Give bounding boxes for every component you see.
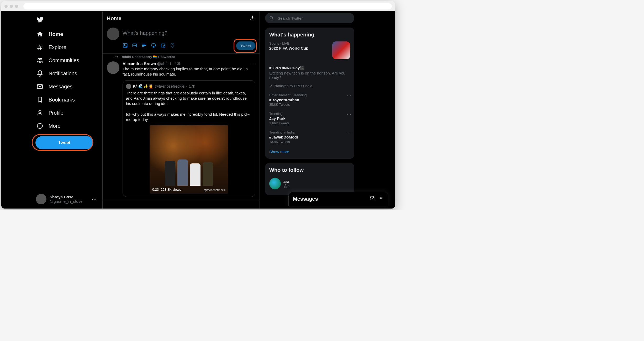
sparkle-icon[interactable] bbox=[250, 15, 255, 22]
trend-hero[interactable]: Sports · LIVE 2022 FIFA World Cup bbox=[265, 40, 354, 62]
compose-input[interactable]: What's happening? bbox=[123, 28, 255, 41]
nav-home[interactable]: Home bbox=[33, 28, 99, 41]
avatar bbox=[269, 178, 281, 189]
tweet-author-name[interactable]: Alexandria Brown bbox=[123, 61, 156, 66]
nav-label: Notifications bbox=[49, 71, 77, 77]
retweet-context[interactable]: Riddhi Chakraborty 🏳️‍🌈 Retweeted bbox=[110, 54, 260, 59]
browser-frame: Home Explore Communities Notifications M… bbox=[1, 1, 395, 209]
trend-meta: Sports · LIVE bbox=[269, 41, 329, 45]
nav-more[interactable]: More bbox=[33, 119, 99, 132]
show-more-link[interactable]: Show more bbox=[265, 146, 354, 156]
search-icon bbox=[269, 16, 274, 20]
nav-label: Explore bbox=[49, 44, 66, 50]
trend-meta: Trending in India bbox=[269, 130, 350, 134]
quoted-author-name: K⁷ 🌊✨🤦 bbox=[133, 84, 153, 89]
trend-meta: Entertainment · Trending bbox=[269, 93, 350, 97]
suggestion-name: ara bbox=[283, 179, 350, 184]
url-bar[interactable] bbox=[23, 3, 392, 9]
svg-point-13 bbox=[153, 45, 153, 45]
search-input[interactable]: Search Twitter bbox=[265, 13, 354, 23]
traffic-light-min[interactable] bbox=[10, 5, 13, 8]
nav-explore[interactable]: Explore bbox=[33, 41, 99, 54]
arrow-icon: ↗ bbox=[269, 84, 272, 88]
location-icon[interactable] bbox=[170, 43, 175, 49]
promoted-by: ↗ Promoted by OPPO India bbox=[265, 82, 354, 90]
nav-notifications[interactable]: Notifications bbox=[33, 67, 99, 80]
nav-communities[interactable]: Communities bbox=[33, 54, 99, 67]
compose-tweet-button[interactable]: Tweet bbox=[236, 41, 255, 50]
search-placeholder: Search Twitter bbox=[278, 16, 303, 20]
nav-label: Profile bbox=[49, 110, 64, 116]
ellipsis-icon: ⋯ bbox=[92, 196, 97, 202]
svg-point-5 bbox=[38, 126, 39, 126]
trend-thumbnail bbox=[332, 41, 350, 59]
nav-label: Bookmarks bbox=[49, 97, 75, 103]
schedule-icon[interactable] bbox=[160, 43, 166, 49]
ellipsis-icon[interactable]: ⋯ bbox=[347, 130, 351, 135]
whats-happening-panel: What's happening Sports · LIVE 2022 FIFA… bbox=[265, 28, 354, 159]
account-switcher[interactable]: Shreya Bose @gnome_in_stove ⋯ bbox=[33, 191, 99, 207]
app-viewport: Home Explore Communities Notifications M… bbox=[1, 11, 395, 209]
svg-point-14 bbox=[154, 45, 155, 45]
avatar[interactable] bbox=[107, 28, 119, 40]
account-handle: @gnome_in_stove bbox=[50, 199, 82, 204]
messages-title: Messages bbox=[293, 196, 366, 202]
poll-icon[interactable] bbox=[141, 43, 147, 49]
timeline-header: Home bbox=[103, 11, 260, 25]
nav-bookmarks[interactable]: Bookmarks bbox=[33, 93, 99, 106]
main-column: Home What's happening? GIF bbox=[102, 11, 260, 209]
trend-description: Exciting new tech is on the horizon. Are… bbox=[269, 71, 350, 80]
retweet-icon bbox=[114, 55, 118, 59]
ellipsis-icon[interactable]: ⋯ bbox=[347, 112, 351, 117]
gif-icon[interactable]: GIF bbox=[132, 43, 137, 49]
quoted-author-handle: @taenosefreckle bbox=[155, 84, 184, 88]
quoted-text: There are three things that are absolute… bbox=[126, 90, 252, 122]
svg-point-9 bbox=[124, 44, 125, 45]
tweet-button[interactable]: Tweet bbox=[35, 136, 93, 149]
svg-point-1 bbox=[40, 58, 42, 60]
trend-item[interactable]: ⋯ Trending in India #JawabDoModi 13.4K T… bbox=[265, 128, 354, 146]
svg-point-7 bbox=[41, 126, 41, 126]
nav-label: Home bbox=[49, 31, 63, 37]
tweet-time[interactable]: 13h bbox=[175, 61, 181, 66]
avatar bbox=[126, 84, 131, 89]
nav-label: Messages bbox=[49, 84, 72, 90]
tweet[interactable]: ⋯ Alexandria Brown @abfic1 · 13h The mus… bbox=[103, 59, 260, 200]
promoted-trend[interactable]: #OPPOINNODay🎬 Exciting new tech is on th… bbox=[265, 62, 354, 82]
trend-item[interactable]: ⋯ Trending Jay Park 1,662 Tweets bbox=[265, 109, 354, 128]
browser-chrome bbox=[1, 1, 395, 11]
trend-count: 1,662 Tweets bbox=[269, 121, 350, 125]
traffic-light-close[interactable] bbox=[4, 5, 8, 8]
nav-label: More bbox=[49, 123, 61, 129]
follow-suggestion[interactable]: ara @a bbox=[265, 175, 354, 192]
trend-item[interactable]: ⋯ Entertainment · Trending #BoycottPatha… bbox=[265, 90, 354, 109]
traffic-light-max[interactable] bbox=[15, 5, 18, 8]
trend-title: #BoycottPathan bbox=[269, 98, 350, 102]
avatar[interactable] bbox=[107, 61, 119, 74]
video-thumbnail[interactable]: 0:23 223.8K views @taenosefreckle bbox=[150, 125, 228, 194]
hash-icon bbox=[36, 44, 43, 51]
twitter-logo[interactable] bbox=[33, 13, 99, 28]
svg-point-0 bbox=[38, 58, 40, 60]
svg-point-17 bbox=[172, 44, 173, 45]
profile-icon bbox=[36, 109, 43, 116]
new-message-icon[interactable] bbox=[366, 196, 375, 202]
panel-title: Who to follow bbox=[265, 166, 354, 175]
communities-icon bbox=[36, 57, 43, 64]
nav-messages[interactable]: Messages bbox=[33, 80, 99, 93]
messages-drawer[interactable]: Messages bbox=[288, 192, 388, 206]
svg-rect-8 bbox=[123, 43, 127, 47]
ellipsis-icon[interactable]: ⋯ bbox=[347, 93, 351, 98]
media-icon[interactable] bbox=[123, 43, 128, 49]
left-nav: Home Explore Communities Notifications M… bbox=[30, 11, 102, 209]
trend-title: 2022 FIFA World Cup bbox=[269, 46, 329, 50]
trend-title: #JawabDoModi bbox=[269, 135, 350, 139]
right-sidebar: Search Twitter What's happening Sports ·… bbox=[260, 11, 360, 209]
chevron-up-icon[interactable] bbox=[375, 196, 384, 202]
tweet-author-handle[interactable]: @abfic1 bbox=[157, 61, 172, 66]
emoji-icon[interactable] bbox=[151, 43, 156, 49]
nav-profile[interactable]: Profile bbox=[33, 106, 99, 119]
tweet-more-icon[interactable]: ⋯ bbox=[251, 61, 255, 66]
quoted-tweet[interactable]: K⁷ 🌊✨🤦 @taenosefreckle · 17h There are t… bbox=[123, 80, 255, 197]
trend-meta: Trending bbox=[269, 112, 350, 116]
